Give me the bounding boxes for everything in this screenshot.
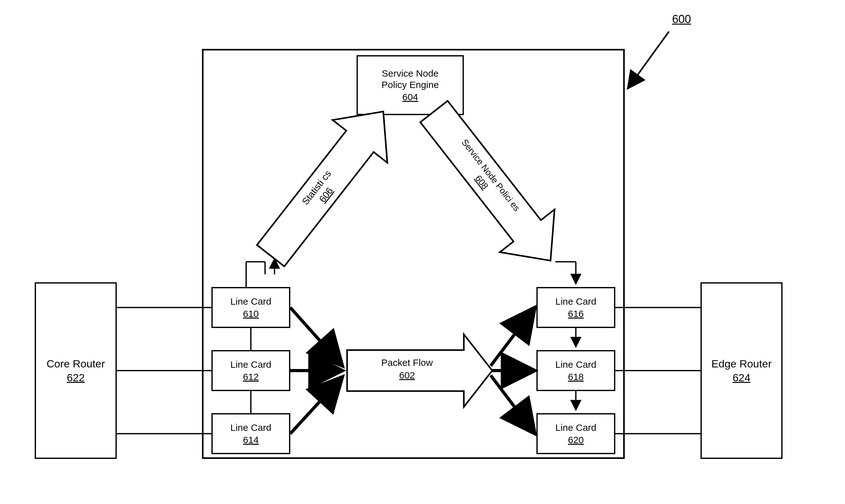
line-card-title: Line Card bbox=[230, 296, 271, 307]
line-card-num: 612 bbox=[243, 372, 259, 382]
core-router-title: Core Router bbox=[47, 357, 105, 370]
line-card-618: Line Card 618 bbox=[536, 350, 615, 391]
figure-pointer-arrow bbox=[628, 32, 669, 88]
core-router-num: 622 bbox=[67, 372, 85, 384]
line-card-title: Line Card bbox=[230, 422, 271, 433]
diagram-stage: 600 Core Router 622 Edge Router 624 Serv… bbox=[0, 0, 845, 504]
edge-router-num: 624 bbox=[733, 372, 751, 384]
line-card-title: Line Card bbox=[555, 359, 596, 370]
edge-router-title: Edge Router bbox=[711, 357, 772, 370]
line-card-612: Line Card 612 bbox=[211, 350, 290, 391]
policy-engine-box: Service Node Policy Engine 604 bbox=[356, 55, 464, 115]
line-card-num: 614 bbox=[243, 435, 259, 445]
policy-engine-title: Service Node Policy Engine bbox=[382, 68, 439, 91]
core-router-box: Core Router 622 bbox=[35, 282, 117, 459]
line-card-616: Line Card 616 bbox=[536, 287, 615, 328]
line-card-title: Line Card bbox=[230, 359, 271, 370]
line-card-num: 616 bbox=[568, 308, 584, 319]
line-card-title: Line Card bbox=[555, 296, 596, 307]
line-card-620: Line Card 620 bbox=[536, 413, 615, 454]
line-card-num: 618 bbox=[568, 372, 584, 382]
line-card-num: 620 bbox=[568, 435, 584, 445]
policy-engine-num: 604 bbox=[402, 92, 418, 103]
edge-router-box: Edge Router 624 bbox=[701, 282, 782, 459]
figure-label: 600 bbox=[672, 13, 691, 26]
line-card-title: Line Card bbox=[555, 422, 596, 433]
line-card-num: 610 bbox=[243, 308, 259, 319]
line-card-610: Line Card 610 bbox=[211, 287, 290, 328]
line-card-614: Line Card 614 bbox=[211, 413, 290, 454]
